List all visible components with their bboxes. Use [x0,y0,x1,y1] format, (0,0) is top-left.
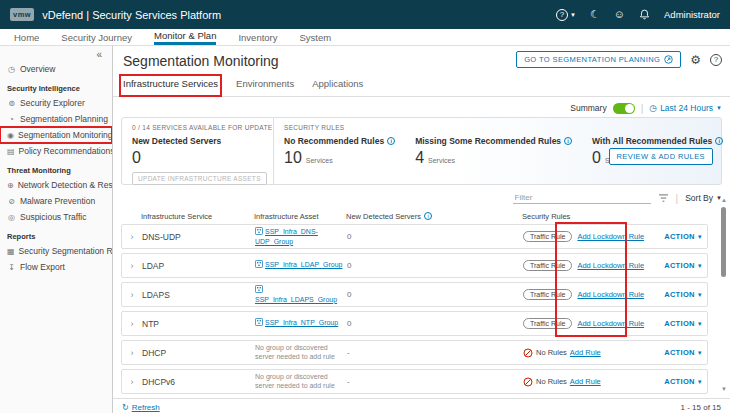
review-and-add-rules-button[interactable]: REVIEW & ADD RULES [609,148,713,165]
new-detected-servers-value: 0 [132,149,263,167]
row-expand-icon[interactable]: › [122,290,142,300]
scroll-down-icon[interactable]: ▼ [720,386,728,392]
asset-cell: SSP_Infra_NTP_Group [255,318,347,329]
sidebar-entry[interactable]: ↧ Flow Export [0,259,112,275]
stat-value: 0 [592,149,601,167]
sidebar-entry[interactable]: ⊘ Malware Prevention [0,193,112,209]
scroll-up-icon[interactable]: ▲ [720,197,728,203]
moon-icon[interactable]: ☾ [590,9,600,20]
sidebar-entry[interactable]: ▦ Security Segmentation R... [0,243,112,259]
services-available-header: 0 / 14 SERVICES AVAILABLE FOR UPDATE [132,124,263,132]
sidebar-entry[interactable]: Threat Monitoring [0,159,112,177]
row-expand-icon[interactable]: › [122,348,142,358]
tab[interactable]: Environments [236,78,294,93]
info-icon[interactable]: i [715,137,723,145]
action-dropdown[interactable]: ACTION▼ [645,232,703,241]
scrollbar-thumb[interactable] [721,207,726,277]
tab[interactable]: Applications [312,78,363,93]
row-expand-icon[interactable]: › [122,261,142,271]
nav-item[interactable]: Inventory [238,29,277,45]
action-dropdown[interactable]: ACTION▼ [645,261,703,270]
chevron-down-icon: ▼ [697,379,703,385]
sidebar-item-icon: ◔ [7,115,16,124]
sidebar-entry[interactable]: ▤ Policy Recommendations [0,143,112,159]
stat-label: With All Recommended Rules [592,136,712,146]
no-rules-icon [523,377,533,387]
nav-item[interactable]: System [300,29,332,45]
add-lockdown-rule-link[interactable]: Add Lockdown Rule [577,290,644,299]
group-icon [255,227,263,238]
sidebar-entry[interactable]: ◔ Segmentation Planning [0,111,112,127]
tab[interactable]: Infrastructure Services [123,78,218,93]
action-dropdown[interactable]: ACTION▼ [645,290,703,299]
sidebar-collapse-icon[interactable]: « [0,46,112,61]
sort-by-dropdown[interactable]: Sort By ▼ [685,193,722,203]
sidebar-item-icon: ▦ [7,247,15,256]
service-name: DHCP [142,348,255,358]
stat-label: No Recommended Rules [284,136,384,146]
time-range-dropdown[interactable]: ◷ Last 24 Hours ▼ [649,103,722,113]
summary-stat-card: SECURITY RULES No Recommended Rules i 10… [274,118,405,184]
row-expand-icon[interactable]: › [122,377,142,387]
filter-icon[interactable] [658,194,669,203]
column-infrastructure-service: Infrastructure Service [141,212,254,221]
add-rule-link[interactable]: Add Rule [570,377,601,386]
stat-unit: Services [306,157,333,164]
refresh-link[interactable]: ↻ Refresh [122,403,160,412]
sidebar-item-icon: ↧ [7,263,16,272]
add-lockdown-rule-link[interactable]: Add Lockdown Rule [577,232,644,241]
group-icon [255,318,263,329]
feedback-icon[interactable]: ☺ [614,9,625,20]
vertical-scrollbar[interactable]: ▲ ▼ [720,197,728,392]
security-rules-cell: No Rules Add Rule [523,377,645,387]
stat-unit: Services [428,157,455,164]
sidebar-item-icon: ▤ [7,147,15,156]
table-header: Infrastructure Service Infrastructure As… [121,208,722,224]
filter-input[interactable] [513,192,651,204]
summary-toggle-label: Summary [570,103,606,113]
traffic-rule-badge: Traffic Rule [523,260,572,271]
info-icon[interactable]: i [424,212,432,220]
sidebar-entry[interactable]: Reports [0,225,112,243]
asset-group-link[interactable]: SSP_Infra_DNS-UDP_Group [255,228,318,245]
nav-item[interactable]: Security Journey [61,29,132,45]
row-expand-icon[interactable]: › [122,232,142,242]
summary-toggle[interactable] [613,103,635,114]
help-icon[interactable]: ?▼ [556,9,576,21]
row-expand-icon[interactable]: › [122,319,142,329]
gear-icon[interactable]: ⚙ [690,54,701,66]
action-dropdown[interactable]: ACTION▼ [645,348,703,357]
go-to-segmentation-planning-button[interactable]: GO TO SEGMENTATION PLANNING [516,51,681,68]
user-menu[interactable]: Administrator [664,9,720,20]
sidebar-entry[interactable]: ◎ Suspicious Traffic [0,209,112,225]
sidebar-entry[interactable]: ⊚ Security Explorer [0,95,112,111]
chevron-down-icon: ▼ [697,321,703,327]
sidebar-entry[interactable]: ◉ Segmentation Monitoring [0,127,112,143]
no-rules-icon [523,348,533,358]
bell-icon[interactable] [639,9,650,20]
main-content: Segmentation Monitoring GO TO SEGMENTATI… [113,46,730,413]
page-help-icon[interactable]: ? [710,54,722,66]
info-icon[interactable]: i [564,137,572,145]
sidebar-entry[interactable]: ◷ Overview [0,61,112,77]
asset-group-link[interactable]: SSP_Infra_NTP_Group [265,319,338,326]
asset-group-link[interactable]: SSP_Infra_LDAP_Group [265,261,342,268]
table-row: › NTP SSP_Infra_NTP_Group 0 Traffic Rule… [121,311,708,336]
action-dropdown[interactable]: ACTION▼ [645,319,703,328]
asset-group-link[interactable]: SSP_Infra_LDAPS_Group [255,296,337,303]
sidebar-entry[interactable]: ⊕ Network Detection & Res... [0,177,112,193]
update-infrastructure-assets-button[interactable]: UPDATE INFRASTRUCTURE ASSETS [132,172,267,185]
stat-value: 10 [284,149,302,167]
service-name: DNS-UDP [142,232,255,242]
add-lockdown-rule-link[interactable]: Add Lockdown Rule [577,261,644,270]
action-dropdown[interactable]: ACTION▼ [645,377,703,386]
nav-item[interactable]: Monitor & Plan [154,29,216,45]
info-icon[interactable]: i [387,137,395,145]
asset-cell: No group or discovered server needed to … [255,344,347,362]
sidebar-item-icon: ◎ [7,213,16,222]
sidebar-entry[interactable]: Security Intelligence [0,77,112,95]
nav-item[interactable]: Home [14,29,39,45]
add-lockdown-rule-link[interactable]: Add Lockdown Rule [577,319,644,328]
group-icon [255,260,263,271]
add-rule-link[interactable]: Add Rule [570,348,601,357]
